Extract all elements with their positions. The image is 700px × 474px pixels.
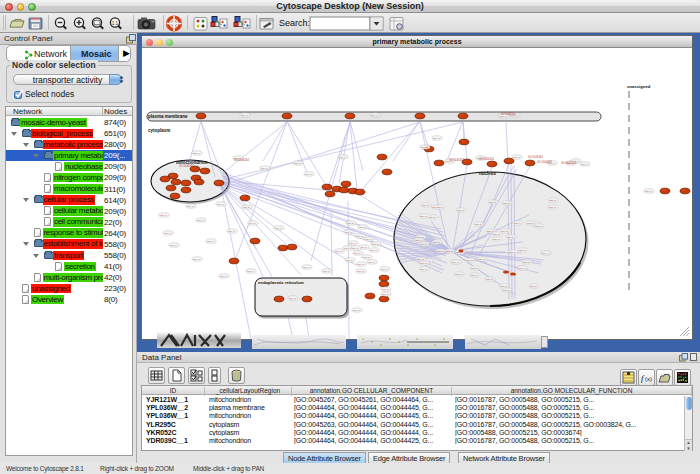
svg-text:GO:-d: GO:-d [503,202,510,205]
svg-text:GO:-d: GO:-d [455,273,462,276]
svg-text:GO:-d: GO:-d [335,250,342,253]
svg-text:GO:-d: GO:-d [549,199,556,202]
svg-text:GO:-d: GO:-d [275,227,282,230]
svg-text:GO:-d: GO:-d [421,146,428,149]
svg-text:GO:-d: GO:-d [420,243,427,246]
svg-text:nucleus: nucleus [479,171,497,176]
svg-text:GO:-d: GO:-d [422,204,429,207]
svg-text:GO:-d: GO:-d [420,215,427,218]
svg-text:GO:-d: GO:-d [193,258,200,261]
svg-text:GO:-d: GO:-d [228,230,235,233]
svg-text:GO:-d: GO:-d [365,238,372,241]
svg-text:GO:-d: GO:-d [339,156,346,159]
svg-text:GO:-d: GO:-d [368,261,375,264]
svg-text:GO:-d: GO:-d [197,219,204,222]
svg-text:GO:-d: GO:-d [452,261,459,264]
svg-text:GO:-d: GO:-d [372,243,379,246]
svg-text:GO:-d: GO:-d [305,173,312,176]
svg-text:GO:-d: GO:-d [420,268,427,271]
svg-text:GO:-d: GO:-d [518,267,525,270]
svg-text:GO:-d: GO:-d [352,247,359,250]
svg-text:GO:-d: GO:-d [471,267,478,270]
svg-text:(x): (x) [645,376,652,382]
svg-text:GO:-d: GO:-d [507,236,514,239]
svg-text:GO:-d: GO:-d [346,259,353,262]
svg-text:plasma membrane: plasma membrane [148,114,188,119]
svg-text:GO:-d: GO:-d [475,223,482,226]
svg-text:GO:-d: GO:-d [527,222,534,225]
svg-text:GO:-d: GO:-d [303,266,310,269]
svg-text:GO:-d: GO:-d [503,289,510,292]
svg-text:GO:-d: GO:-d [261,167,268,170]
svg-text:GO:-d: GO:-d [581,163,588,166]
svg-text:GO:-d: GO:-d [513,156,520,159]
svg-text:GO:-d: GO:-d [294,162,301,165]
svg-text:GO:-d: GO:-d [347,222,354,225]
svg-text:GO:-d: GO:-d [500,285,507,288]
svg-text:GO:-d: GO:-d [471,274,478,277]
svg-text:GO:-d: GO:-d [457,209,464,212]
svg-text:GO:-d: GO:-d [193,152,200,155]
svg-text:GO:-d: GO:-d [371,114,378,117]
svg-text:GO:-d: GO:-d [429,216,436,219]
svg-text:GO:-d: GO:-d [207,240,214,243]
svg-text:GO:-d: GO:-d [420,262,427,265]
svg-text:GO:-d: GO:-d [345,231,352,234]
svg-text:GO:-d: GO:-d [160,214,167,217]
svg-text:GO:0044464: GO:0044464 [449,158,464,162]
svg-text:GO:-d: GO:-d [217,203,224,206]
svg-text:GO:0044464: GO:0044464 [537,160,552,164]
svg-text:GO:0044464: GO:0044464 [479,157,494,161]
svg-text:GO:-d: GO:-d [514,222,521,225]
svg-text:GO:0044464: GO:0044464 [234,158,249,162]
svg-text:GO:-d: GO:-d [493,233,500,236]
svg-text:GO:-d: GO:-d [363,256,370,259]
svg-text:GO:-d: GO:-d [381,268,388,271]
svg-text:1:1: 1:1 [112,21,119,26]
svg-text:GO:-d: GO:-d [437,250,444,253]
svg-text:GO:-d: GO:-d [542,252,549,255]
svg-text:GO:-d: GO:-d [415,239,422,242]
svg-text:GO:-d: GO:-d [353,309,360,312]
svg-text:GO:-d: GO:-d [220,275,227,278]
svg-text:GO:-d: GO:-d [243,206,250,209]
svg-text:Search:: Search: [279,18,310,28]
svg-text:GO:-d: GO:-d [356,235,363,238]
svg-text:GO:-d: GO:-d [187,205,194,208]
svg-text:GO:-d: GO:-d [486,278,493,281]
svg-text:GO:-d: GO:-d [466,259,473,262]
svg-text:GO:-d: GO:-d [359,226,366,229]
svg-text:cytoplasm: cytoplasm [148,128,170,133]
svg-text:GO:0044464: GO:0044464 [501,112,516,116]
svg-text:GO:-d: GO:-d [417,258,424,261]
svg-text:GO:-d: GO:-d [382,293,389,296]
svg-text:GO:-d: GO:-d [645,190,652,193]
svg-text:GO:-d: GO:-d [436,206,443,209]
svg-text:GO:-d: GO:-d [354,252,361,255]
svg-text:GO:-d: GO:-d [493,238,500,241]
svg-text:GO:-d: GO:-d [164,232,171,235]
svg-text:GO:-d: GO:-d [549,206,556,209]
svg-text:GO:-d: GO:-d [289,297,296,300]
svg-text:GO:0044464: GO:0044464 [528,155,543,159]
svg-text:GO:-d: GO:-d [357,263,364,266]
svg-text:GO:-d: GO:-d [535,225,542,228]
svg-text:GO:-d: GO:-d [323,270,330,273]
svg-text:GO:-d: GO:-d [489,201,496,204]
svg-text:GO:-d: GO:-d [530,285,537,288]
svg-text:GO:-d: GO:-d [446,250,453,253]
svg-text:GO:-d: GO:-d [519,249,526,252]
svg-text:unassigned: unassigned [627,84,651,89]
svg-text:GO:-d: GO:-d [249,222,256,225]
svg-text:GO:-d: GO:-d [170,244,177,247]
svg-text:GO:-d: GO:-d [433,137,440,140]
svg-text:GO:-d: GO:-d [349,242,356,245]
svg-text:GO:-d: GO:-d [370,249,377,252]
svg-text:endoplasmic reticulum: endoplasmic reticulum [258,280,304,285]
svg-text:GO:-d: GO:-d [501,230,508,233]
svg-text:GO:0044464: GO:0044464 [561,161,576,165]
svg-text:GO:-d: GO:-d [523,261,530,264]
svg-text:GO:-d: GO:-d [509,251,516,254]
svg-text:GO:0044464: GO:0044464 [179,164,194,168]
svg-text:GO:-d: GO:-d [241,114,248,117]
